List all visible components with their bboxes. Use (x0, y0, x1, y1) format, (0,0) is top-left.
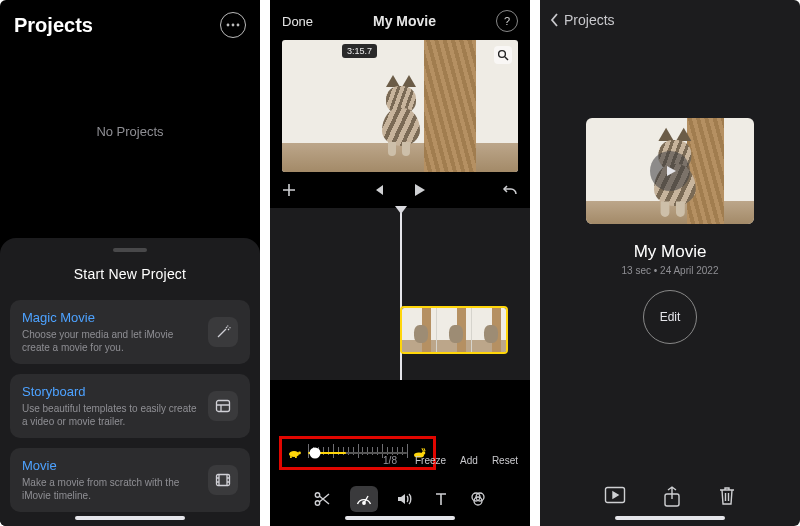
undo-icon (502, 183, 518, 197)
speaker-icon (396, 490, 414, 508)
back-button[interactable]: Projects (540, 0, 800, 36)
svg-rect-8 (290, 456, 292, 458)
timeline[interactable]: T (270, 208, 530, 380)
step-back-icon (371, 183, 385, 197)
more-button[interactable] (220, 12, 246, 38)
svg-point-2 (237, 24, 240, 27)
svg-point-0 (227, 24, 230, 27)
speedometer-icon (355, 490, 373, 508)
done-button[interactable]: Done (282, 14, 313, 29)
edit-label: Edit (660, 310, 681, 324)
chevron-left-icon (550, 13, 560, 27)
play-button[interactable] (411, 182, 427, 198)
reset-button[interactable]: Reset (492, 455, 518, 466)
card-title: Storyboard (22, 384, 200, 399)
filters-button[interactable] (469, 490, 487, 508)
svg-rect-9 (295, 456, 297, 458)
scissors-icon (313, 490, 331, 508)
card-title: Movie (22, 458, 200, 473)
delete-button[interactable] (718, 486, 736, 508)
back-label: Projects (564, 12, 615, 28)
home-indicator[interactable] (540, 516, 800, 520)
actions-button[interactable] (313, 490, 331, 508)
volume-button[interactable] (396, 490, 414, 508)
start-new-project-sheet: Start New Project Magic Movie Choose you… (0, 238, 260, 526)
magic-movie-card[interactable]: Magic Movie Choose your media and let iM… (10, 300, 250, 364)
home-indicator[interactable] (0, 516, 260, 520)
card-desc: Use beautiful templates to easily create… (22, 402, 200, 428)
project-subtitle: 13 sec • 24 April 2022 (540, 265, 800, 276)
tortoise-icon (288, 447, 302, 459)
sheet-grabber[interactable] (113, 248, 147, 252)
time-badge: 3:15.7 (342, 44, 377, 58)
projects-title: Projects (14, 14, 93, 37)
magnifier-icon (497, 49, 509, 61)
svg-point-1 (232, 24, 235, 27)
wand-icon (208, 317, 238, 347)
project-detail-screen: Projects My Movie 13 sec • 24 April 2022… (540, 0, 800, 526)
play-icon (411, 182, 427, 198)
filters-icon (469, 490, 487, 508)
svg-rect-3 (217, 401, 230, 412)
add-button[interactable]: Add (460, 455, 478, 466)
card-desc: Choose your media and let iMovie create … (22, 328, 200, 354)
playhead[interactable] (400, 208, 402, 380)
movie-card[interactable]: Movie Make a movie from scratch with the… (10, 448, 250, 512)
play-rect-icon (604, 486, 626, 504)
prev-frame-button[interactable] (371, 183, 385, 197)
play-icon (662, 163, 678, 179)
svg-point-7 (298, 452, 301, 455)
home-indicator[interactable] (270, 516, 530, 520)
movie-title: My Movie (373, 13, 436, 29)
project-thumbnail[interactable] (586, 118, 754, 224)
speed-value: 1/8 (383, 455, 397, 466)
project-title: My Movie (540, 242, 800, 262)
freeze-button[interactable]: Freeze (415, 455, 446, 466)
svg-point-5 (499, 51, 506, 58)
clip-toolbar (270, 486, 530, 512)
plus-icon (282, 183, 296, 197)
trash-icon (718, 486, 736, 506)
edit-button[interactable]: Edit (643, 290, 697, 344)
share-button[interactable] (663, 486, 681, 508)
zoom-button[interactable] (494, 46, 512, 64)
play-project-button[interactable] (604, 486, 626, 508)
film-icon (208, 465, 238, 495)
add-media-button[interactable] (282, 183, 296, 197)
card-title: Magic Movie (22, 310, 200, 325)
video-preview[interactable]: 3:15.7 (282, 40, 518, 172)
storyboard-card[interactable]: Storyboard Use beautiful templates to ea… (10, 374, 250, 438)
no-projects-label: No Projects (0, 46, 260, 216)
sheet-title: Start New Project (10, 266, 250, 282)
storyboard-icon (208, 391, 238, 421)
text-icon (432, 490, 450, 508)
card-desc: Make a movie from scratch with the iMovi… (22, 476, 200, 502)
share-icon (663, 486, 681, 508)
help-button[interactable]: ? (496, 10, 518, 32)
titles-button[interactable] (432, 490, 450, 508)
projects-screen: Projects No Projects Start New Project M… (0, 0, 260, 526)
editor-screen: Done My Movie ? 3:15.7 (270, 0, 530, 526)
ellipsis-icon (226, 23, 240, 27)
speed-button[interactable] (350, 486, 378, 512)
video-clip[interactable]: T (400, 306, 508, 354)
undo-button[interactable] (502, 183, 518, 197)
svg-point-14 (362, 502, 364, 504)
